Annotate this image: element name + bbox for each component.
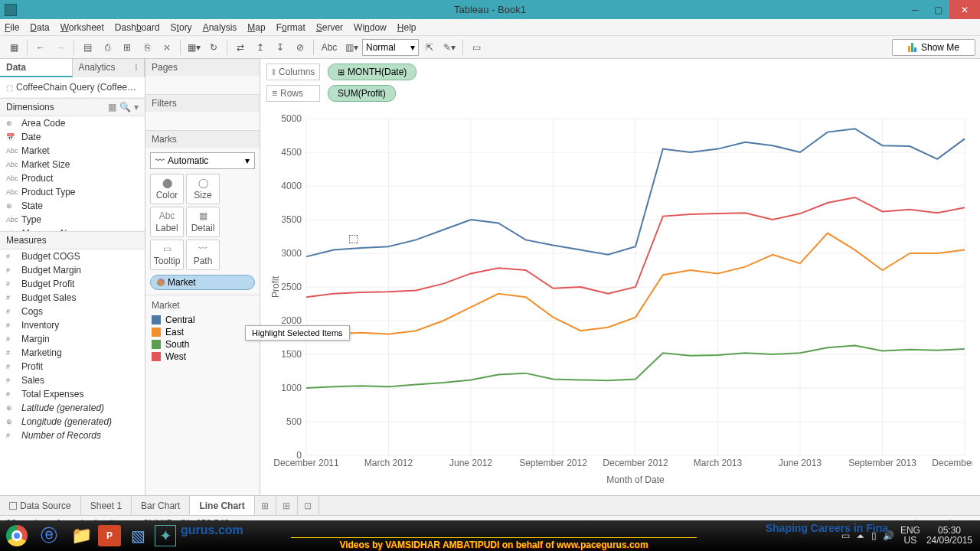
swap-button[interactable]: ⇄ xyxy=(231,39,250,56)
dimension-field[interactable]: AbcProduct Type xyxy=(0,185,145,199)
dimension-field[interactable]: AbcProduct xyxy=(0,171,145,185)
measure-field[interactable]: #Budget Profit xyxy=(0,277,145,291)
menu-window[interactable]: Window xyxy=(354,22,387,33)
fit-selector[interactable]: Normal▾ xyxy=(362,39,419,56)
mark-label-button[interactable]: AbcLabel xyxy=(150,207,184,237)
save-button[interactable]: ▤ xyxy=(78,39,96,56)
powerpoint-icon[interactable]: P xyxy=(98,525,121,546)
tableau-taskbar-icon[interactable]: ✦ xyxy=(155,525,176,546)
new-worksheet-tab[interactable]: ⊞ xyxy=(255,496,276,515)
menu-icon[interactable]: ▾ xyxy=(134,102,139,112)
sort-desc-button[interactable]: ↧ xyxy=(271,39,289,56)
run-button[interactable]: ↻ xyxy=(204,39,223,56)
dimension-field[interactable]: AbcMarket Size xyxy=(0,158,145,171)
new-datasource-button[interactable]: ⎙ xyxy=(98,39,116,56)
view-icon[interactable]: ▦ xyxy=(108,102,116,112)
menu-format[interactable]: Format xyxy=(276,22,305,33)
linechart-tab[interactable]: Line Chart xyxy=(190,496,254,515)
app-icon-1[interactable]: ▧ xyxy=(122,520,153,551)
dimension-field[interactable]: AbcMarket xyxy=(0,144,145,158)
back-button[interactable]: ← xyxy=(31,39,50,56)
legend-item[interactable]: West xyxy=(152,350,253,363)
ie-icon[interactable]: ⓔ xyxy=(34,520,64,551)
sort-asc-button[interactable]: ↥ xyxy=(251,39,270,56)
analytics-tab[interactable]: Analytics⁞ xyxy=(73,59,145,77)
menu-story[interactable]: Story xyxy=(171,22,192,33)
measure-field[interactable]: #Number of Records xyxy=(0,429,145,442)
dimension-field[interactable]: ⊕State xyxy=(0,199,145,213)
group-button[interactable]: ⊘ xyxy=(291,39,309,56)
explorer-icon[interactable]: 📁 xyxy=(66,520,96,551)
mark-size-button[interactable]: ◯Size xyxy=(186,174,220,204)
filters-shelf[interactable]: Filters xyxy=(145,95,260,112)
measure-field[interactable]: ⊕Longitude (generated) xyxy=(0,415,145,429)
pages-shelf[interactable]: Pages xyxy=(145,59,260,76)
menu-file[interactable]: File xyxy=(5,22,19,33)
measure-field[interactable]: #Sales xyxy=(0,373,145,387)
start-icon[interactable]: ▦ xyxy=(5,39,23,56)
label-button[interactable]: Abc xyxy=(318,39,341,56)
tray-kbd[interactable]: US xyxy=(900,536,920,546)
menu-server[interactable]: Server xyxy=(316,22,343,33)
forward-button[interactable]: → xyxy=(51,39,70,56)
datasource-tab[interactable]: Data Source xyxy=(0,496,81,515)
mark-detail-button[interactable]: ▦Detail xyxy=(186,207,220,237)
measure-field[interactable]: ⊕Latitude (generated) xyxy=(0,401,145,415)
minimize-button[interactable]: ─ xyxy=(903,0,926,19)
show-me-button[interactable]: Show Me xyxy=(892,39,975,56)
new-story-tab[interactable]: ⊡ xyxy=(298,496,319,515)
mark-tooltip-button[interactable]: ▭Tooltip xyxy=(150,240,184,270)
measure-field[interactable]: #Budget Margin xyxy=(0,263,145,277)
columns-shelf[interactable]: ⦀ Columns xyxy=(266,64,320,80)
new-dashboard-tab[interactable]: ⊞ xyxy=(276,496,298,515)
measure-field[interactable]: #Margin xyxy=(0,332,145,346)
mark-type-selector[interactable]: 〰 Automatic▾ xyxy=(150,152,255,169)
tray-date[interactable]: 24/09/2015 xyxy=(926,536,972,546)
rows-shelf[interactable]: ≡ Rows xyxy=(266,85,320,102)
autoupdate-button[interactable]: ▦▾ xyxy=(185,39,203,56)
dimension-field[interactable]: AbcType xyxy=(0,213,145,227)
menu-help[interactable]: Help xyxy=(397,22,416,33)
legend-item[interactable]: East xyxy=(152,326,253,338)
dimension-field[interactable]: 📅Date xyxy=(0,130,145,144)
menu-worksheet[interactable]: Worksheet xyxy=(60,22,104,33)
dimension-field[interactable]: ⊕Area Code xyxy=(0,116,145,130)
legend-item[interactable]: Central xyxy=(152,314,253,326)
measure-field[interactable]: #Inventory xyxy=(0,318,145,332)
duplicate-button[interactable]: ⎘ xyxy=(138,39,156,56)
pin-button[interactable]: ⇱ xyxy=(420,39,439,56)
presentation-button[interactable]: ▥▾ xyxy=(342,39,361,56)
measure-field[interactable]: #Profit xyxy=(0,360,145,373)
highlight-button[interactable]: ✎▾ xyxy=(440,39,459,56)
present-button[interactable]: ▭ xyxy=(467,39,485,56)
maximize-button[interactable]: ▢ xyxy=(926,0,949,19)
chrome-icon[interactable] xyxy=(2,520,32,551)
data-tab[interactable]: Data xyxy=(0,59,73,77)
sheet1-tab[interactable]: Sheet 1 xyxy=(81,496,132,515)
highlight-tooltip: Highlight Selected Items xyxy=(245,325,350,341)
measure-field[interactable]: #Cogs xyxy=(0,305,145,318)
legend-item[interactable]: South xyxy=(152,338,253,350)
marks-pill-market[interactable]: Market xyxy=(150,275,255,290)
menu-data[interactable]: Data xyxy=(30,22,49,33)
chart-area[interactable]: 0500100015002000250030003500400045005000… xyxy=(268,111,972,495)
barchart-tab[interactable]: Bar Chart xyxy=(132,496,190,515)
measure-field[interactable]: #Marketing xyxy=(0,346,145,360)
svg-text:March 2013: March 2013 xyxy=(694,458,743,468)
clear-button[interactable]: ⤬ xyxy=(158,39,176,56)
search-icon[interactable]: 🔍 xyxy=(119,102,131,112)
measure-field[interactable]: #Budget Sales xyxy=(0,291,145,305)
close-button[interactable]: ✕ xyxy=(949,0,980,19)
menu-analysis[interactable]: Analysis xyxy=(203,22,237,33)
datasource-item[interactable]: CoffeeChain Query (Coffee C... xyxy=(0,77,145,98)
rows-pill[interactable]: SUM(Profit) xyxy=(328,85,396,102)
measure-field[interactable]: #Total Expenses xyxy=(0,387,145,401)
menu-map[interactable]: Map xyxy=(247,22,265,33)
svg-text:4500: 4500 xyxy=(281,147,302,158)
mark-color-button[interactable]: ⬤Color xyxy=(150,174,184,204)
new-worksheet-button[interactable]: ⊞ xyxy=(118,39,136,56)
menu-dashboard[interactable]: Dashboard xyxy=(115,22,160,33)
mark-path-button[interactable]: 〰Path xyxy=(186,240,220,270)
columns-pill[interactable]: ⊞ MONTH(Date) xyxy=(328,64,416,80)
measure-field[interactable]: #Budget COGS xyxy=(0,249,145,263)
